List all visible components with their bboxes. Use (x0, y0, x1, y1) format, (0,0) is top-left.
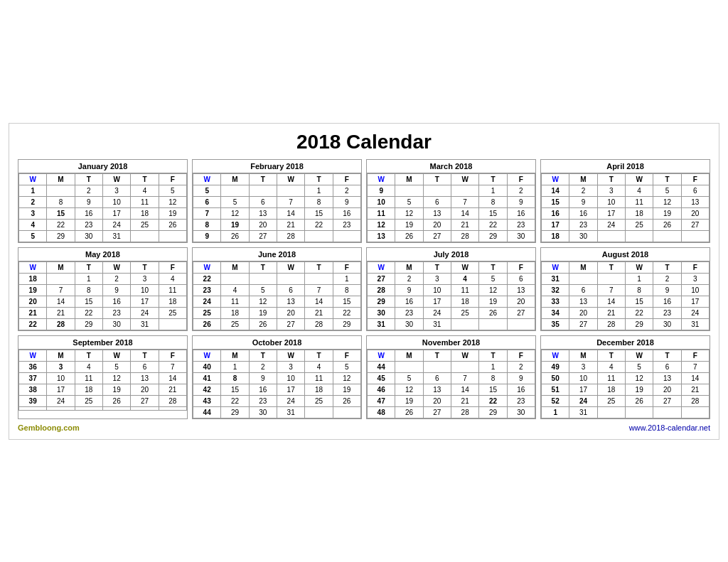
calendar-cell: 18 (75, 384, 102, 395)
calendar-cell: 11 (221, 296, 249, 307)
calendar-cell: 22 (221, 395, 249, 406)
calendar-cell: 10 (569, 372, 597, 384)
month-block: January 2018WMTWTF1234528910111231516171… (18, 159, 188, 243)
calendar-cell: 14 (681, 372, 709, 384)
calendar-cell: 9 (249, 372, 277, 384)
calendar-cell: 25 (221, 318, 249, 330)
month-block: June 2018WMTWTF2212345678241112131415251… (192, 247, 362, 331)
calendar-cell: 28 (681, 395, 709, 406)
calendar-cell: 16 (395, 296, 423, 307)
col-header: T (597, 261, 625, 273)
calendar-cell (305, 406, 333, 418)
calendar-cell: 23 (653, 307, 681, 318)
calendar-cell: 26 (653, 219, 681, 230)
calendar-cell: 16 (102, 296, 130, 307)
calendar-cell (507, 318, 535, 330)
calendar-cell: 19 (19, 284, 47, 296)
calendar-cell: 23 (395, 307, 423, 318)
calendar-cell: 14 (159, 372, 186, 384)
calendar-cell: 48 (368, 406, 395, 418)
calendar-cell: 18 (451, 296, 478, 307)
col-header: W (19, 261, 47, 273)
col-header: T (305, 173, 333, 185)
calendar-cell: 24 (47, 395, 75, 406)
calendar-cell: 3 (569, 361, 597, 372)
calendar-cell: 12 (479, 284, 507, 296)
calendar-cell: 6 (507, 273, 535, 284)
calendar-cell: 16 (333, 207, 360, 219)
calendar-cell: 18 (305, 384, 333, 395)
calendar-cell: 27 (423, 230, 451, 242)
calendar-cell: 27 (131, 395, 159, 406)
col-header: W (102, 173, 130, 185)
calendar-cell: 29 (47, 230, 75, 242)
calendar-cell: 10 (597, 196, 625, 207)
calendar-cell: 44 (193, 406, 221, 418)
calendar-cell: 6 (423, 372, 451, 384)
calendar-cell: 20 (507, 296, 535, 307)
calendar-cell (249, 273, 277, 284)
calendar-cell: 5 (653, 185, 681, 196)
calendar-cell: 12 (159, 196, 186, 207)
calendar-cell: 9 (75, 196, 102, 207)
calendar-cell: 28 (451, 230, 478, 242)
calendar-cell: 17 (597, 207, 625, 219)
col-header: F (681, 350, 709, 361)
calendar-cell: 44 (368, 361, 395, 372)
calendar-cell: 19 (479, 296, 507, 307)
calendar-cell: 4 (159, 273, 186, 284)
calendar-cell: 19 (249, 307, 277, 318)
month-table: WMTWTF1234528910111231516171819422232425… (18, 173, 187, 242)
month-table: WMTWTF2212345678241112131415251819202122… (193, 261, 361, 330)
col-header: T (423, 261, 451, 273)
calendar-cell: 17 (102, 207, 130, 219)
calendar-cell: 33 (542, 296, 569, 307)
calendar-cell: 27 (277, 318, 304, 330)
calendar-cell: 2 (653, 273, 681, 284)
calendar-cell: 19 (102, 384, 130, 395)
calendar-cell: 7 (451, 372, 478, 384)
month-title: May 2018 (18, 248, 187, 261)
month-table: WMTWTF5126567897121314151681920212223926… (193, 173, 361, 242)
calendar-cell: 20 (423, 219, 451, 230)
calendar-cell: 22 (625, 307, 653, 318)
calendar-cell: 34 (542, 307, 569, 318)
calendar-cell: 16 (75, 207, 102, 219)
calendar-cell: 12 (368, 219, 395, 230)
calendar-cell: 5 (395, 196, 423, 207)
col-header: T (597, 350, 625, 361)
month-block: February 2018WMTWTF512656789712131415168… (192, 159, 362, 243)
calendar-cell: 2 (507, 185, 535, 196)
calendar-cell: 31 (423, 318, 451, 330)
calendar-cell (131, 406, 159, 410)
col-header: T (597, 173, 625, 185)
calendar-cell: 10 (368, 196, 395, 207)
calendar-cell: 24 (681, 307, 709, 318)
calendar-cell: 25 (193, 307, 221, 318)
calendar-cell (625, 230, 653, 242)
month-title: November 2018 (367, 336, 535, 350)
calendar-cell: 22 (305, 219, 333, 230)
calendar-cell (653, 406, 681, 418)
calendar-cell: 31 (569, 406, 597, 418)
calendar-cell: 11 (625, 196, 653, 207)
calendar-cell (277, 273, 304, 284)
calendar-cell: 13 (423, 384, 451, 395)
calendar-cell (305, 273, 333, 284)
calendar-cell (159, 406, 186, 410)
calendar-cell: 23 (569, 219, 597, 230)
col-header: W (542, 350, 569, 361)
calendar-cell: 14 (277, 207, 304, 219)
calendar-cell: 4 (221, 284, 249, 296)
calendar-cell: 4 (597, 361, 625, 372)
col-header: F (681, 261, 709, 273)
month-table: WMTWTF4012345418910111242151617181943222… (193, 350, 361, 418)
calendar-cell: 2 (507, 361, 535, 372)
col-header: M (47, 173, 75, 185)
col-header: W (625, 261, 653, 273)
calendar-cell: 28 (277, 230, 304, 242)
month-table: WMTWTF1812341978910112014151617182121222… (18, 261, 187, 330)
calendar-cell: 17 (47, 384, 75, 395)
month-block: December 2018WMTWTF493456750101112131451… (540, 335, 710, 419)
calendar-cell: 13 (423, 207, 451, 219)
